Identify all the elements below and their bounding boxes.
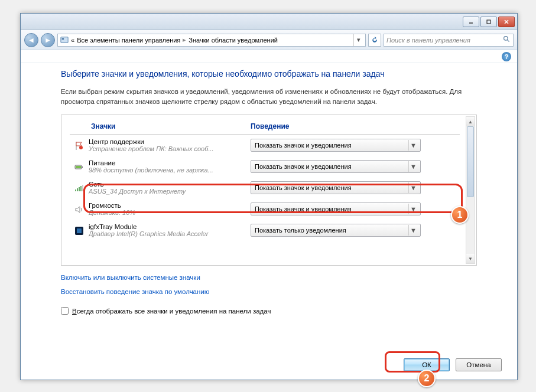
- chevron-down-icon: ▼: [408, 161, 418, 172]
- svg-rect-11: [76, 166, 81, 168]
- badge-2: 2: [418, 370, 436, 387]
- help-icon[interactable]: ?: [502, 52, 511, 61]
- row-igfx: igfxTray ModuleДрайвер Intel(R) Graphics…: [70, 220, 460, 241]
- row-sub: 98% доступно (подключена, не заряжа...: [89, 166, 242, 174]
- breadcrumb-sep: ▸: [183, 36, 186, 44]
- breadcrumb-seg2[interactable]: Значки области уведомлений: [189, 37, 278, 44]
- search-input[interactable]: Поиск в панели управления: [384, 34, 514, 47]
- scroll-up-button[interactable]: ▲: [466, 117, 475, 126]
- link-restore-defaults[interactable]: Восстановить поведение значка по умолчан…: [61, 288, 477, 295]
- row-sub: Устранение проблем ПК: Важных сооб...: [89, 145, 242, 152]
- battery-icon: [70, 161, 89, 172]
- search-icon: [503, 35, 511, 44]
- col-icons: Значки: [91, 122, 251, 130]
- row-sub: Драйвер Intel(R) Graphics Media Acceler: [89, 230, 242, 237]
- breadcrumb-prefix: «: [71, 37, 74, 44]
- combo-network[interactable]: Показать значок и уведомления▼: [251, 181, 421, 194]
- chevron-down-icon: ▼: [408, 182, 418, 193]
- always-show-label: Всегда отображать все значки и уведомлен…: [72, 308, 271, 315]
- refresh-button[interactable]: [368, 34, 381, 47]
- svg-point-6: [504, 37, 508, 41]
- svg-rect-15: [80, 186, 82, 191]
- svg-rect-14: [79, 187, 80, 191]
- row-sub: ASUS_34 Доступ к Интернету: [89, 188, 242, 195]
- svg-rect-10: [82, 166, 83, 168]
- svg-rect-13: [77, 188, 78, 191]
- scrollbar[interactable]: ▲ ▼: [466, 116, 475, 264]
- svg-line-7: [507, 40, 509, 41]
- address-bar[interactable]: « Все элементы панели управления ▸ Значк…: [57, 34, 366, 47]
- back-button[interactable]: ◄: [24, 33, 38, 47]
- chevron-down-icon: ▼: [408, 204, 418, 214]
- svg-rect-1: [487, 20, 490, 24]
- content-area: Выберите значки и уведомления, которые н…: [21, 63, 517, 315]
- row-name: Сеть: [89, 181, 251, 188]
- combo-volume[interactable]: Показать значок и уведомления▼: [251, 202, 421, 215]
- row-action-center: Центр поддержкиУстранение проблем ПК: Ва…: [70, 135, 460, 156]
- control-panel-icon: [60, 36, 69, 44]
- icon-list-frame: Значки Поведение Центр поддержкиУстранен…: [61, 115, 477, 266]
- intel-icon: [70, 225, 89, 236]
- column-headers: Значки Поведение: [70, 120, 460, 135]
- row-name: Центр поддержки: [89, 138, 251, 145]
- row-network: СетьASUS_34 Доступ к Интернету Показать …: [70, 177, 460, 198]
- svg-rect-5: [62, 38, 64, 40]
- row-name: Питание: [89, 159, 251, 166]
- address-dropdown[interactable]: ▾: [353, 34, 363, 46]
- chevron-down-icon: ▼: [408, 225, 418, 236]
- scroll-thumb[interactable]: [467, 126, 474, 197]
- combo-igfx[interactable]: Показать только уведомления▼: [251, 224, 421, 237]
- combo-action-center[interactable]: Показать значок и уведомления▼: [251, 139, 421, 152]
- control-panel-window: ◄ ► « Все элементы панели управления ▸ З…: [20, 13, 518, 380]
- svg-rect-16: [82, 185, 83, 191]
- row-name: Громкость: [89, 202, 251, 209]
- badge-1: 1: [451, 206, 469, 224]
- page-description: Если выбран режим скрытия значков и увед…: [61, 87, 477, 106]
- link-toggle-system-icons[interactable]: Включить или выключить системные значки: [61, 274, 477, 281]
- row-sub: Динамики: 10%: [89, 209, 242, 216]
- svg-rect-18: [77, 228, 82, 233]
- search-placeholder: Поиск в панели управления: [386, 37, 470, 44]
- svg-rect-4: [61, 37, 68, 43]
- svg-rect-12: [75, 190, 76, 191]
- links-area: Включить или выключить системные значки …: [61, 266, 477, 305]
- network-icon: [70, 182, 89, 193]
- flag-icon: [70, 140, 89, 151]
- row-volume: ГромкостьДинамики: 10% Показать значок и…: [70, 198, 460, 220]
- speaker-icon: [70, 204, 89, 214]
- row-power: Питание98% доступно (подключена, не заря…: [70, 156, 460, 177]
- always-show-row: Всегда отображать все значки и уведомлен…: [61, 305, 477, 315]
- navbar: ◄ ► « Все элементы панели управления ▸ З…: [21, 30, 517, 50]
- forward-button[interactable]: ►: [41, 33, 55, 47]
- close-button[interactable]: [498, 17, 515, 27]
- always-show-checkbox[interactable]: [61, 307, 69, 315]
- minimize-button[interactable]: [463, 17, 479, 27]
- scroll-down-button[interactable]: ▼: [466, 254, 475, 263]
- maximize-button[interactable]: [480, 17, 497, 27]
- breadcrumb-seg1[interactable]: Все элементы панели управления: [77, 37, 180, 44]
- combo-power[interactable]: Показать значок и уведомления▼: [251, 160, 421, 173]
- svg-point-8: [79, 146, 83, 149]
- cancel-button[interactable]: Отмена: [456, 358, 502, 371]
- titlebar: [21, 14, 517, 30]
- page-title: Выберите значки и уведомления, которые н…: [61, 69, 477, 79]
- col-behavior: Поведение: [251, 122, 460, 130]
- row-name: igfxTray Module: [89, 223, 251, 230]
- chevron-down-icon: ▼: [408, 140, 418, 151]
- button-bar: ОК Отмена: [404, 358, 502, 371]
- help-row: ?: [21, 50, 517, 63]
